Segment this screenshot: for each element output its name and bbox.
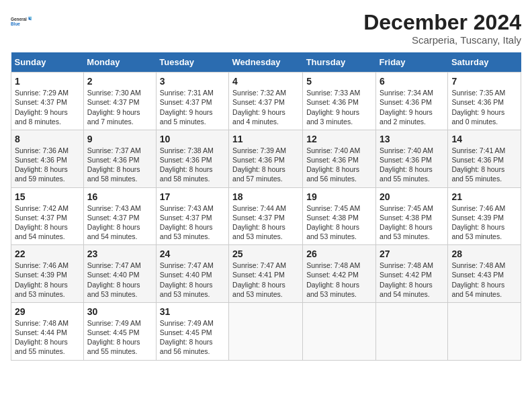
calendar-cell	[448, 302, 521, 360]
day-number: 27	[380, 248, 444, 259]
header-tuesday: Tuesday	[156, 52, 228, 73]
calendar-cell: 22Sunrise: 7:46 AMSunset: 4:39 PMDayligh…	[11, 245, 84, 303]
day-number: 25	[232, 248, 299, 259]
header-thursday: Thursday	[303, 52, 376, 73]
day-number: 21	[451, 191, 517, 202]
day-info: Sunrise: 7:29 AMSunset: 4:37 PMDaylight:…	[15, 88, 80, 126]
day-number: 22	[15, 248, 80, 259]
calendar-cell	[376, 302, 448, 360]
logo: General Blue	[11, 11, 32, 32]
calendar-cell: 29Sunrise: 7:48 AMSunset: 4:44 PMDayligh…	[11, 302, 84, 360]
day-number: 16	[87, 191, 152, 202]
subtitle: Scarperia, Tuscany, Italy	[363, 34, 521, 46]
day-info: Sunrise: 7:40 AMSunset: 4:36 PMDaylight:…	[306, 146, 372, 184]
day-info: Sunrise: 7:30 AMSunset: 4:37 PMDaylight:…	[87, 88, 152, 126]
calendar-cell: 2Sunrise: 7:30 AMSunset: 4:37 PMDaylight…	[83, 73, 156, 130]
calendar-cell: 31Sunrise: 7:49 AMSunset: 4:45 PMDayligh…	[156, 302, 228, 360]
calendar-cell	[229, 302, 303, 360]
calendar-cell: 11Sunrise: 7:39 AMSunset: 4:36 PMDayligh…	[229, 130, 303, 187]
day-number: 28	[451, 248, 517, 259]
day-number: 18	[232, 191, 299, 202]
day-info: Sunrise: 7:45 AMSunset: 4:38 PMDaylight:…	[306, 203, 372, 242]
calendar-table: SundayMondayTuesdayWednesdayThursdayFrid…	[11, 52, 521, 360]
calendar-week-3: 15Sunrise: 7:42 AMSunset: 4:37 PMDayligh…	[11, 187, 521, 245]
calendar-cell: 13Sunrise: 7:40 AMSunset: 4:36 PMDayligh…	[376, 130, 448, 187]
calendar-cell: 30Sunrise: 7:49 AMSunset: 4:45 PMDayligh…	[83, 302, 156, 360]
day-number: 24	[160, 248, 225, 259]
day-info: Sunrise: 7:39 AMSunset: 4:36 PMDaylight:…	[232, 146, 299, 184]
calendar-body: 1Sunrise: 7:29 AMSunset: 4:37 PMDaylight…	[11, 73, 521, 360]
day-info: Sunrise: 7:49 AMSunset: 4:45 PMDaylight:…	[160, 318, 225, 357]
calendar-cell: 8Sunrise: 7:36 AMSunset: 4:36 PMDaylight…	[11, 130, 84, 187]
day-info: Sunrise: 7:48 AMSunset: 4:44 PMDaylight:…	[15, 318, 80, 357]
header-saturday: Saturday	[448, 52, 521, 73]
day-number: 11	[232, 134, 299, 144]
logo-icon: General Blue	[11, 11, 32, 32]
calendar-cell: 7Sunrise: 7:35 AMSunset: 4:36 PMDaylight…	[448, 73, 521, 130]
calendar-cell: 6Sunrise: 7:34 AMSunset: 4:36 PMDaylight…	[376, 73, 448, 130]
header-wednesday: Wednesday	[229, 52, 303, 73]
day-info: Sunrise: 7:37 AMSunset: 4:36 PMDaylight:…	[87, 146, 152, 184]
day-number: 23	[87, 248, 152, 259]
day-info: Sunrise: 7:47 AMSunset: 4:41 PMDaylight:…	[232, 261, 299, 299]
day-number: 4	[232, 76, 299, 87]
calendar-cell: 21Sunrise: 7:46 AMSunset: 4:39 PMDayligh…	[448, 187, 521, 245]
calendar-cell: 20Sunrise: 7:45 AMSunset: 4:38 PMDayligh…	[376, 187, 448, 245]
page-header: General Blue December 2024 Scarperia, Tu…	[11, 11, 521, 46]
day-number: 10	[160, 134, 225, 144]
day-info: Sunrise: 7:49 AMSunset: 4:45 PMDaylight:…	[87, 318, 152, 357]
day-number: 17	[160, 191, 225, 202]
calendar-cell: 19Sunrise: 7:45 AMSunset: 4:38 PMDayligh…	[303, 187, 376, 245]
day-info: Sunrise: 7:46 AMSunset: 4:39 PMDaylight:…	[15, 261, 80, 299]
day-number: 14	[451, 134, 517, 144]
calendar-week-5: 29Sunrise: 7:48 AMSunset: 4:44 PMDayligh…	[11, 302, 521, 360]
calendar-week-2: 8Sunrise: 7:36 AMSunset: 4:36 PMDaylight…	[11, 130, 521, 187]
day-info: Sunrise: 7:40 AMSunset: 4:36 PMDaylight:…	[380, 146, 444, 184]
day-info: Sunrise: 7:36 AMSunset: 4:36 PMDaylight:…	[15, 146, 80, 184]
main-title: December 2024	[363, 11, 521, 34]
header-sunday: Sunday	[11, 52, 84, 73]
header-friday: Friday	[376, 52, 448, 73]
calendar-cell: 16Sunrise: 7:43 AMSunset: 4:37 PMDayligh…	[83, 187, 156, 245]
day-info: Sunrise: 7:35 AMSunset: 4:36 PMDaylight:…	[451, 88, 517, 126]
day-number: 9	[87, 134, 152, 144]
day-info: Sunrise: 7:33 AMSunset: 4:36 PMDaylight:…	[306, 88, 372, 126]
calendar-week-4: 22Sunrise: 7:46 AMSunset: 4:39 PMDayligh…	[11, 245, 521, 303]
day-info: Sunrise: 7:44 AMSunset: 4:37 PMDaylight:…	[232, 203, 299, 242]
day-info: Sunrise: 7:38 AMSunset: 4:36 PMDaylight:…	[160, 146, 225, 184]
calendar-header: SundayMondayTuesdayWednesdayThursdayFrid…	[11, 52, 521, 73]
day-number: 15	[15, 191, 80, 202]
day-info: Sunrise: 7:47 AMSunset: 4:40 PMDaylight:…	[160, 261, 225, 299]
day-info: Sunrise: 7:47 AMSunset: 4:40 PMDaylight:…	[87, 261, 152, 299]
day-info: Sunrise: 7:45 AMSunset: 4:38 PMDaylight:…	[380, 203, 444, 242]
day-info: Sunrise: 7:31 AMSunset: 4:37 PMDaylight:…	[160, 88, 225, 126]
calendar-cell: 10Sunrise: 7:38 AMSunset: 4:36 PMDayligh…	[156, 130, 228, 187]
day-number: 1	[15, 76, 80, 87]
svg-text:Blue: Blue	[11, 21, 20, 26]
day-info: Sunrise: 7:43 AMSunset: 4:37 PMDaylight:…	[160, 203, 225, 242]
calendar-cell: 18Sunrise: 7:44 AMSunset: 4:37 PMDayligh…	[229, 187, 303, 245]
day-info: Sunrise: 7:48 AMSunset: 4:43 PMDaylight:…	[451, 261, 517, 299]
day-info: Sunrise: 7:41 AMSunset: 4:36 PMDaylight:…	[451, 146, 517, 184]
calendar-week-1: 1Sunrise: 7:29 AMSunset: 4:37 PMDaylight…	[11, 73, 521, 130]
calendar-cell: 12Sunrise: 7:40 AMSunset: 4:36 PMDayligh…	[303, 130, 376, 187]
calendar-cell: 28Sunrise: 7:48 AMSunset: 4:43 PMDayligh…	[448, 245, 521, 303]
day-info: Sunrise: 7:42 AMSunset: 4:37 PMDaylight:…	[15, 203, 80, 242]
calendar-cell: 26Sunrise: 7:48 AMSunset: 4:42 PMDayligh…	[303, 245, 376, 303]
calendar-cell: 1Sunrise: 7:29 AMSunset: 4:37 PMDaylight…	[11, 73, 84, 130]
day-number: 19	[306, 191, 372, 202]
day-number: 12	[306, 134, 372, 144]
day-info: Sunrise: 7:43 AMSunset: 4:37 PMDaylight:…	[87, 203, 152, 242]
calendar-cell: 3Sunrise: 7:31 AMSunset: 4:37 PMDaylight…	[156, 73, 228, 130]
day-info: Sunrise: 7:32 AMSunset: 4:37 PMDaylight:…	[232, 88, 299, 126]
day-number: 31	[160, 306, 225, 317]
day-info: Sunrise: 7:48 AMSunset: 4:42 PMDaylight:…	[380, 261, 444, 299]
calendar-cell: 14Sunrise: 7:41 AMSunset: 4:36 PMDayligh…	[448, 130, 521, 187]
day-number: 3	[160, 76, 225, 87]
day-number: 8	[15, 134, 80, 144]
calendar-cell: 17Sunrise: 7:43 AMSunset: 4:37 PMDayligh…	[156, 187, 228, 245]
title-block: December 2024 Scarperia, Tuscany, Italy	[363, 11, 521, 46]
calendar-cell: 24Sunrise: 7:47 AMSunset: 4:40 PMDayligh…	[156, 245, 228, 303]
calendar-cell: 27Sunrise: 7:48 AMSunset: 4:42 PMDayligh…	[376, 245, 448, 303]
calendar-cell: 4Sunrise: 7:32 AMSunset: 4:37 PMDaylight…	[229, 73, 303, 130]
